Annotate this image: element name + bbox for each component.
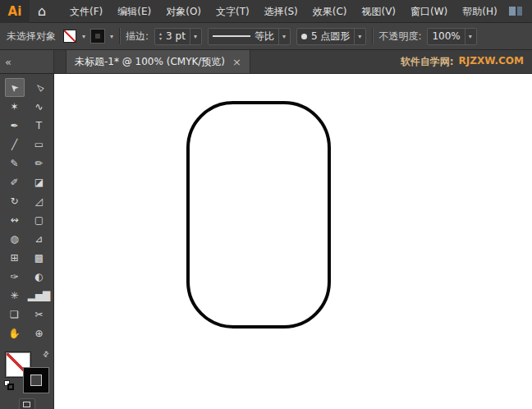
brush-dropdown-icon[interactable]: ▾ bbox=[358, 33, 361, 40]
free-transform-tool[interactable]: ▢ bbox=[30, 210, 49, 229]
eraser-tool-icon: ◪ bbox=[34, 177, 44, 188]
menu-bar-items: 文件(F)编辑(E)对象(O)文字(T)选择(S)效果(C)视图(V)窗口(W)… bbox=[62, 0, 505, 23]
pencil-tool[interactable]: ✏ bbox=[30, 154, 49, 172]
blend-tool[interactable]: ◐ bbox=[30, 267, 49, 286]
main-area: ➤▻✶∿✒T╱▭✎✏✐◪↻◿↭▢◍⊿⊞▩✑◐✳▂▅▇❏✂✋⊕ ⇄ bbox=[0, 74, 532, 409]
type-tool[interactable]: T bbox=[30, 116, 49, 135]
site-watermark-label: 软件自学网: bbox=[401, 55, 454, 69]
paintbrush-tool[interactable]: ✎ bbox=[5, 154, 25, 172]
eyedropper-tool-icon: ✑ bbox=[10, 271, 18, 283]
site-watermark: 软件自学网: RJZXW.COM bbox=[401, 55, 524, 69]
line-segment-tool-icon: ╱ bbox=[11, 139, 17, 150]
opacity-dropdown-icon[interactable]: ▾ bbox=[469, 33, 472, 40]
eraser-tool[interactable]: ◪ bbox=[30, 172, 49, 191]
artboard-tool[interactable]: ❏ bbox=[5, 305, 25, 324]
illustrator-window: Ai ⌂ 文件(F)编辑(E)对象(O)文字(T)选择(S)效果(C)视图(V)… bbox=[0, 0, 532, 409]
eyedropper-tool[interactable]: ✑ bbox=[5, 267, 25, 286]
magic-wand-tool[interactable]: ✶ bbox=[5, 97, 25, 116]
pen-tool[interactable]: ✒ bbox=[5, 116, 25, 135]
column-graph-tool[interactable]: ▂▅▇ bbox=[30, 286, 49, 305]
stroke-profile-preview-icon bbox=[213, 35, 250, 37]
divider bbox=[119, 28, 120, 44]
stroke-dropdown-icon[interactable]: ▾ bbox=[110, 33, 113, 40]
pen-tool-icon: ✒ bbox=[10, 120, 18, 131]
selection-status: 未选择对象 bbox=[7, 30, 56, 44]
document-tab[interactable]: 未标题-1* @ 100% (CMYK/预览) × bbox=[66, 50, 250, 73]
width-profile-dropdown-icon[interactable]: ▾ bbox=[282, 33, 286, 40]
scale-tool[interactable]: ◿ bbox=[30, 191, 49, 210]
direct-selection-tool[interactable]: ▻ bbox=[30, 78, 49, 97]
opacity-label: 不透明度: bbox=[378, 30, 421, 44]
menu-item-type[interactable]: 文字(T) bbox=[209, 0, 257, 23]
width-profile-field[interactable]: 等比 ▾ bbox=[208, 28, 291, 45]
selection-tool-icon: ➤ bbox=[7, 80, 21, 94]
rounded-rectangle-shape[interactable] bbox=[186, 101, 331, 329]
width-tool[interactable]: ↭ bbox=[5, 210, 25, 229]
menu-item-effect[interactable]: 效果(C) bbox=[305, 0, 355, 23]
rectangle-tool-icon: ▭ bbox=[34, 139, 44, 150]
swap-fill-stroke-icon[interactable]: ⇄ bbox=[41, 349, 51, 359]
brush-definition-value[interactable]: 5 点圆形 bbox=[311, 30, 350, 44]
width-profile-value[interactable]: 等比 bbox=[255, 30, 274, 44]
app-logo: Ai bbox=[0, 0, 30, 23]
hand-tool-icon: ✋ bbox=[8, 328, 21, 339]
menu-item-view[interactable]: 视图(V) bbox=[354, 0, 403, 23]
paintbrush-tool-icon: ✎ bbox=[10, 158, 18, 169]
home-icon[interactable]: ⌂ bbox=[30, 0, 54, 23]
fill-color-swatch[interactable] bbox=[63, 30, 76, 43]
direct-selection-tool-icon: ▻ bbox=[32, 80, 45, 94]
menu-item-window[interactable]: 窗口(W) bbox=[403, 0, 455, 23]
rotate-tool-icon: ↻ bbox=[10, 195, 18, 207]
stroke-weight-value[interactable]: 3 pt bbox=[166, 30, 186, 42]
selection-tool[interactable]: ➤ bbox=[5, 78, 25, 97]
opacity-value[interactable]: 100% bbox=[432, 30, 460, 42]
mesh-tool[interactable]: ⊞ bbox=[5, 248, 25, 267]
canvas[interactable] bbox=[54, 74, 532, 409]
rotate-tool[interactable]: ↻ bbox=[5, 191, 25, 210]
perspective-grid-tool-icon: ⊿ bbox=[34, 233, 43, 245]
brush-preview-icon bbox=[301, 34, 307, 39]
close-tab-icon[interactable]: × bbox=[232, 56, 241, 68]
scale-tool-icon: ◿ bbox=[35, 195, 43, 207]
stroke-weight-stepper[interactable]: ▴ ▾ bbox=[159, 31, 162, 41]
menu-item-object[interactable]: 对象(O) bbox=[158, 0, 209, 23]
collapse-panel-icon[interactable]: « bbox=[5, 56, 11, 68]
shape-builder-tool-icon: ◍ bbox=[10, 233, 18, 245]
menu-item-file[interactable]: 文件(F) bbox=[62, 0, 110, 23]
menu-item-help[interactable]: 帮助(H) bbox=[455, 0, 504, 23]
stepper-down-icon[interactable]: ▾ bbox=[159, 36, 162, 41]
line-segment-tool[interactable]: ╱ bbox=[5, 135, 25, 154]
blob-brush-tool[interactable]: ✐ bbox=[5, 172, 25, 191]
zoom-tool[interactable]: ⊕ bbox=[30, 324, 49, 342]
fill-dropdown-icon[interactable]: ▾ bbox=[82, 33, 85, 40]
document-tab-title[interactable]: 未标题-1* @ 100% (CMYK/预览) bbox=[75, 55, 225, 69]
menu-item-select[interactable]: 选择(S) bbox=[257, 0, 305, 23]
free-transform-tool-icon: ▢ bbox=[34, 214, 44, 226]
fill-stroke-indicator: ⇄ bbox=[4, 350, 50, 394]
gradient-tool[interactable]: ▩ bbox=[30, 248, 49, 267]
slice-tool-icon: ✂ bbox=[34, 309, 43, 320]
perspective-grid-tool[interactable]: ⊿ bbox=[30, 229, 49, 248]
blend-tool-icon: ◐ bbox=[34, 271, 43, 283]
zoom-tool-icon: ⊕ bbox=[34, 328, 43, 339]
rectangle-tool[interactable]: ▭ bbox=[30, 135, 49, 154]
slice-tool[interactable]: ✂ bbox=[30, 305, 49, 324]
stroke-swatch[interactable] bbox=[24, 368, 48, 393]
default-fill-stroke-icon[interactable] bbox=[4, 380, 15, 391]
drawing-mode-button[interactable] bbox=[19, 398, 35, 409]
tools-panel-collapse[interactable]: « bbox=[0, 50, 54, 73]
stroke-color-swatch[interactable] bbox=[91, 30, 104, 43]
magic-wand-tool-icon: ✶ bbox=[10, 101, 18, 113]
opacity-field[interactable]: 100% ▾ bbox=[427, 28, 476, 45]
shape-builder-tool[interactable]: ◍ bbox=[5, 229, 25, 248]
tab-row: « 未标题-1* @ 100% (CMYK/预览) × 软件自学网: RJZXW… bbox=[0, 50, 532, 74]
symbol-sprayer-tool[interactable]: ✳ bbox=[5, 286, 25, 305]
stroke-weight-dropdown-icon[interactable]: ▾ bbox=[194, 33, 197, 40]
workspace-switcher-icon[interactable] bbox=[509, 7, 522, 16]
lasso-tool[interactable]: ∿ bbox=[30, 97, 49, 116]
hand-tool[interactable]: ✋ bbox=[5, 324, 25, 342]
menu-item-edit[interactable]: 编辑(E) bbox=[110, 0, 158, 23]
brush-definition-field[interactable]: 5 点圆形 ▾ bbox=[296, 28, 366, 45]
stroke-weight-field[interactable]: ▴ ▾ 3 pt ▾ bbox=[154, 28, 202, 45]
tools-grid: ➤▻✶∿✒T╱▭✎✏✐◪↻◿↭▢◍⊿⊞▩✑◐✳▂▅▇❏✂✋⊕ bbox=[5, 78, 49, 342]
